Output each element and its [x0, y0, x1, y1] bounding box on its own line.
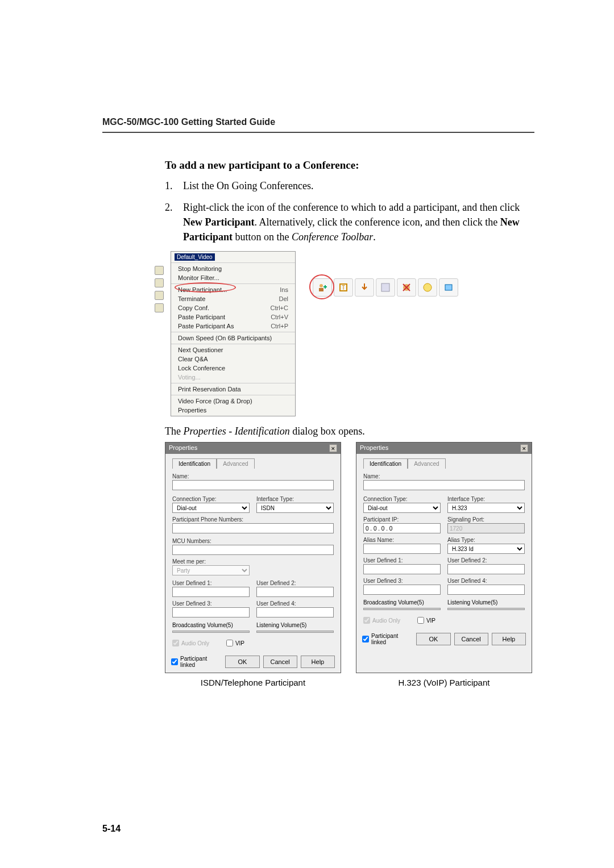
connection-type-select[interactable]: Dial-out [363, 503, 441, 513]
participant-phone-input[interactable] [172, 523, 334, 533]
step-number: 1. [165, 178, 183, 193]
participant-ip-input[interactable] [363, 523, 441, 533]
close-icon[interactable]: ✕ [329, 444, 337, 452]
menu-properties[interactable]: Properties [171, 406, 295, 415]
menu-video-force[interactable]: Video Force (Drag & Drop) [171, 397, 295, 406]
name-input[interactable] [172, 480, 334, 490]
vip-checkbox[interactable]: VIP [226, 640, 244, 646]
svg-rect-6 [381, 283, 389, 291]
menu-down-speed[interactable]: Down Speed (On 6B Participants) [171, 333, 295, 343]
dialog-title: Properties [360, 444, 388, 452]
signaling-port-input [447, 523, 525, 533]
step-text: List the On Going Conferences. [183, 178, 534, 193]
ud1-input[interactable] [172, 587, 250, 597]
ud4-input[interactable] [447, 585, 525, 595]
alias-type-select[interactable]: H.323 Id [447, 544, 525, 554]
alias-name-input[interactable] [363, 544, 441, 554]
menu-copy-conf[interactable]: Copy Conf.Ctrl+C [171, 303, 295, 312]
menu-stop-monitoring[interactable]: Stop Monitoring [171, 264, 295, 273]
menu-paste-participant[interactable]: Paste ParticipantCtrl+V [171, 312, 295, 322]
page-header: MGC-50/MGC-100 Getting Started Guide [102, 117, 275, 127]
menu-voting: Voting... [171, 373, 295, 382]
step-2: 2. Right-click the icon of the conferenc… [165, 200, 534, 244]
toolbar-btn-6[interactable] [418, 278, 437, 297]
svg-rect-1 [319, 288, 323, 291]
help-button[interactable]: Help [301, 656, 335, 668]
interface-type-select[interactable]: H.323 [447, 503, 525, 513]
dialog-title: Properties [169, 444, 197, 452]
interface-type-select[interactable]: ISDN [256, 503, 334, 513]
toolbar-btn-3[interactable] [355, 278, 374, 297]
listening-volume-slider[interactable]: Listening Volume(5) [447, 599, 525, 612]
connection-type-select[interactable]: Dial-out [172, 503, 250, 513]
header-divider [102, 132, 534, 133]
close-icon[interactable]: ✕ [520, 444, 528, 452]
ud2-input[interactable] [447, 564, 525, 574]
toolbar-btn-2[interactable]: T [334, 278, 353, 297]
toolbar-btn-4[interactable] [376, 278, 395, 297]
ok-button[interactable]: OK [416, 633, 450, 645]
ud3-input[interactable] [172, 607, 250, 617]
context-menu: Default_Video Stop Monitoring Monitor Fi… [171, 251, 296, 416]
cancel-button[interactable]: Cancel [263, 656, 297, 668]
listening-volume-slider[interactable]: Listening Volume(5) [256, 622, 334, 635]
menu-terminate[interactable]: TerminateDel [171, 294, 295, 303]
menu-paste-participant-as[interactable]: Paste Participant AsCtrl+P [171, 322, 295, 331]
help-button[interactable]: Help [492, 633, 526, 645]
tab-identification[interactable]: Identification [363, 458, 408, 469]
tab-advanced[interactable]: Advanced [217, 458, 254, 469]
tab-identification[interactable]: Identification [172, 458, 217, 469]
toolbar-btn-5[interactable] [397, 278, 416, 297]
vip-checkbox[interactable]: VIP [417, 617, 435, 624]
conference-toolbar: T [313, 278, 460, 297]
toolbar-btn-7[interactable] [439, 278, 458, 297]
svg-point-8 [424, 283, 432, 291]
tree-icon-stack [155, 266, 164, 312]
participant-linked-checkbox[interactable]: Participant linked [362, 633, 413, 645]
name-input[interactable] [363, 480, 525, 490]
dialog-opens-text: The Properties - Identification dialog b… [165, 425, 534, 437]
ok-button[interactable]: OK [225, 656, 259, 668]
broadcasting-volume-slider[interactable]: Broadcasting Volume(5) [363, 599, 441, 612]
meet-me-per-select: Party [172, 565, 250, 575]
broadcasting-volume-slider[interactable]: Broadcasting Volume(5) [172, 622, 250, 635]
selected-conference-node[interactable]: Default_Video [175, 253, 215, 261]
svg-rect-9 [445, 285, 452, 290]
properties-dialog-isdn: Properties✕ Identification Advanced Name… [165, 442, 341, 673]
menu-monitor-filter[interactable]: Monitor Filter... [171, 273, 295, 282]
audio-only-checkbox: Audio Only [363, 617, 400, 624]
mcu-numbers-input[interactable] [172, 545, 334, 555]
caption-isdn: ISDN/Telephone Participant [165, 678, 341, 687]
cancel-button[interactable]: Cancel [454, 633, 488, 645]
section-heading: To add a new participant to a Conference… [165, 159, 534, 172]
menu-new-participant[interactable]: New Participant...Ins [171, 285, 295, 294]
participant-linked-checkbox[interactable]: Participant linked [171, 656, 222, 668]
ud2-input[interactable] [256, 587, 334, 597]
ud1-input[interactable] [363, 564, 441, 574]
tab-advanced[interactable]: Advanced [408, 458, 445, 469]
svg-rect-3 [325, 285, 326, 289]
svg-point-0 [320, 284, 323, 287]
menu-clear-qa[interactable]: Clear Q&A [171, 354, 295, 364]
page-number: 5-14 [102, 824, 121, 834]
menu-next-questioner[interactable]: Next Questioner [171, 345, 295, 354]
caption-h323: H.323 (VoIP) Participant [356, 678, 532, 687]
new-participant-button[interactable] [313, 278, 332, 297]
menu-print-reservation[interactable]: Print Reservation Data [171, 385, 295, 394]
step-1: 1. List the On Going Conferences. [165, 178, 534, 193]
step-text: Right-click the icon of the conference t… [183, 200, 534, 244]
step-number: 2. [165, 200, 183, 244]
svg-text:T: T [342, 285, 345, 291]
audio-only-checkbox: Audio Only [172, 640, 209, 646]
properties-dialog-h323: Properties✕ Identification Advanced Name… [356, 442, 532, 673]
menu-lock-conference[interactable]: Lock Conference [171, 364, 295, 373]
ud4-input[interactable] [256, 607, 334, 617]
ud3-input[interactable] [363, 585, 441, 595]
